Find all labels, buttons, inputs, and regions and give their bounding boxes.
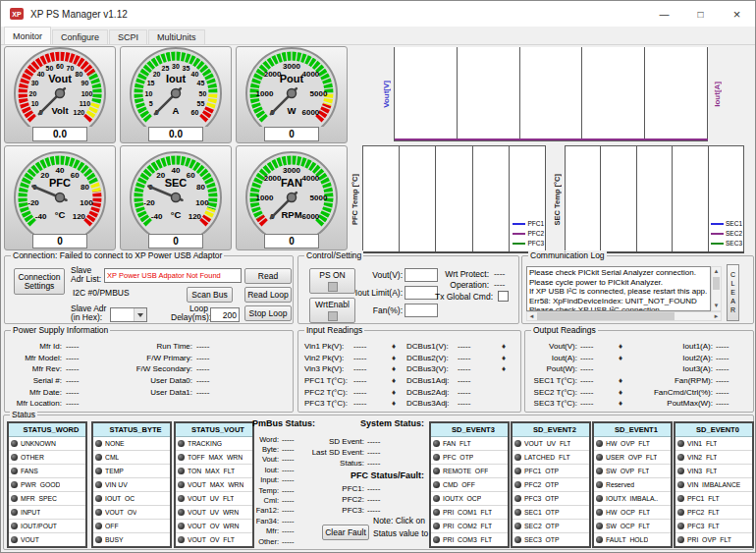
status-row: PFC3_OTP bbox=[513, 492, 589, 506]
scroll-up-icon[interactable]: ▲ bbox=[712, 267, 721, 276]
pmbus-label: Other: bbox=[252, 537, 282, 546]
pfc-fault-value[interactable]: ----- bbox=[367, 484, 380, 493]
log-line: Please check PICkit Serial Analyzer conn… bbox=[529, 268, 708, 278]
clear-fault-button[interactable]: Clear Fault bbox=[322, 525, 369, 540]
pmbus-value[interactable]: ----- bbox=[282, 435, 295, 444]
reading-value: ----- bbox=[353, 376, 387, 385]
system-status-row: Status:----- bbox=[298, 458, 380, 469]
ps-on-button[interactable]: PS ON bbox=[309, 268, 355, 294]
diamond-indicator-icon: ♦ bbox=[387, 399, 401, 408]
info-label: User Data0: bbox=[123, 376, 196, 385]
status-row-label: VOUT bbox=[21, 536, 39, 543]
status-row: LATCHED_FLT bbox=[513, 451, 589, 465]
adapter-status-field[interactable] bbox=[104, 268, 242, 283]
tx-global-checkbox[interactable] bbox=[498, 291, 509, 302]
scroll-left-icon[interactable]: ◄ bbox=[527, 312, 536, 321]
read-loop-button[interactable]: Read Loop bbox=[244, 287, 292, 303]
pmbus-value[interactable]: ----- bbox=[282, 475, 295, 484]
scroll-right-icon[interactable]: ► bbox=[712, 312, 721, 321]
info-value: ----- bbox=[196, 364, 230, 373]
log-vertical-scrollbar[interactable]: ▲ ▼ bbox=[711, 266, 722, 311]
loop-delay-input[interactable] bbox=[210, 307, 240, 322]
reading-row: DCBus2Adj:----- bbox=[406, 386, 511, 398]
status-led-icon bbox=[433, 481, 440, 488]
reading-row: Vin1 Pk(V):-----♦ bbox=[304, 341, 401, 353]
tab[interactable]: SCPI bbox=[109, 29, 147, 44]
system-status-value[interactable]: ----- bbox=[367, 437, 380, 446]
chevron-down-icon[interactable] bbox=[134, 308, 146, 321]
log-horizontal-scrollbar[interactable]: ◄ ► bbox=[526, 311, 722, 321]
pmbus-value[interactable]: ----- bbox=[282, 537, 295, 546]
read-button[interactable]: Read bbox=[244, 268, 292, 284]
reading-label: DCBus2Adj: bbox=[406, 388, 458, 397]
fan-set-input[interactable] bbox=[405, 304, 438, 317]
system-status-value[interactable]: ----- bbox=[367, 448, 380, 457]
vout-trace bbox=[395, 138, 708, 140]
tab[interactable]: Monitor bbox=[4, 27, 51, 44]
pmbus-value[interactable]: ----- bbox=[282, 486, 295, 495]
pmbus-value[interactable]: ----- bbox=[282, 506, 295, 515]
scan-bus-button[interactable]: Scan Bus bbox=[187, 287, 233, 303]
clear-log-button[interactable]: CLEAR bbox=[727, 264, 739, 321]
grid-cell bbox=[645, 47, 708, 140]
reading-row: DCBus1(V):-----♦ bbox=[406, 341, 511, 353]
svg-text:4000: 4000 bbox=[302, 70, 320, 79]
tab[interactable]: Configure bbox=[52, 29, 108, 44]
reading-value: ----- bbox=[458, 354, 497, 362]
pmbus-value[interactable]: ----- bbox=[282, 445, 295, 454]
pmbus-value[interactable]: ----- bbox=[282, 455, 295, 464]
title-bar[interactable]: XP XP PS Manager v1.12 — □ × bbox=[1, 1, 755, 27]
maximize-button[interactable]: □ bbox=[682, 1, 719, 27]
pmbus-value[interactable]: ----- bbox=[282, 517, 295, 525]
status-row-label: VIN_IMBALANCE bbox=[687, 481, 740, 488]
vout-set-input[interactable] bbox=[405, 268, 438, 282]
reading-label: DCBus3(V): bbox=[406, 364, 458, 373]
system-status-value[interactable]: ----- bbox=[367, 459, 380, 468]
pmbus-value[interactable]: ----- bbox=[282, 466, 295, 474]
stop-loop-button[interactable]: Stop Loop bbox=[244, 305, 292, 321]
slave-adr-select[interactable] bbox=[110, 307, 147, 322]
close-button[interactable]: × bbox=[719, 1, 755, 27]
pmbus-value[interactable]: ----- bbox=[282, 526, 295, 535]
status-row: PFC3_FLT bbox=[675, 520, 752, 533]
tab[interactable]: MultiUnits bbox=[148, 29, 205, 44]
svg-text:60: 60 bbox=[56, 63, 64, 70]
minimize-button[interactable]: — bbox=[646, 1, 682, 27]
scroll-thumb[interactable] bbox=[537, 312, 675, 320]
pmbus-value[interactable]: ----- bbox=[282, 496, 295, 505]
legend-item: PFC1 bbox=[513, 220, 544, 227]
reading-label: Vin3 Pk(V): bbox=[304, 364, 353, 373]
status-note-line1: Note: Click on bbox=[373, 517, 425, 525]
gauge-dial: 0102030405060708090100110120VoutVolt bbox=[5, 47, 115, 127]
scroll-down-icon[interactable]: ▼ bbox=[712, 302, 721, 310]
status-led-icon bbox=[596, 481, 603, 488]
status-row: CML bbox=[93, 451, 170, 465]
status-led-icon bbox=[596, 495, 603, 502]
status-row: CMD_OFF bbox=[431, 478, 508, 492]
sd-event2-table: SD_EVENT2 VOUT_UV_FLTLATCHED_FLTPFC1_OTP… bbox=[511, 421, 591, 548]
connection-settings-button[interactable]: Connection Settings bbox=[14, 268, 65, 295]
reading-label: FanCmd/Ctrl(%): bbox=[639, 388, 716, 397]
status-row: UNKNOWN bbox=[9, 437, 85, 451]
comm-log-textarea[interactable]: Please check PICkit Serial Analyzer conn… bbox=[526, 266, 711, 311]
wrt-enabl-button[interactable]: WrtEnabl bbox=[309, 298, 355, 323]
status-row: NONE bbox=[93, 437, 170, 451]
legend-item: SEC1 bbox=[711, 220, 742, 227]
reading-row: PFC3 T(°C):-----♦ bbox=[304, 398, 401, 410]
gauge-value: 0.0 bbox=[148, 127, 203, 141]
scroll-thumb[interactable] bbox=[713, 277, 720, 290]
svg-text:10: 10 bbox=[31, 100, 39, 107]
reading-value: ----- bbox=[580, 342, 614, 351]
status-led-icon bbox=[514, 481, 521, 488]
pfc-temp-plot: PFC1PFC2PFC3 bbox=[362, 145, 546, 253]
status-row: VOUT_OV_WRN bbox=[176, 520, 252, 533]
svg-text:FAN: FAN bbox=[281, 177, 302, 189]
reading-value: ----- bbox=[353, 364, 387, 373]
pfc-fault-value[interactable]: ----- bbox=[367, 495, 380, 504]
svg-text:50: 50 bbox=[46, 65, 54, 72]
info-value: ----- bbox=[66, 342, 99, 351]
pfc-fault-value[interactable]: ----- bbox=[367, 506, 380, 515]
status-row: VIN2_FLT bbox=[675, 451, 752, 465]
svg-text:70: 70 bbox=[67, 65, 75, 72]
svg-text:100: 100 bbox=[81, 90, 93, 97]
